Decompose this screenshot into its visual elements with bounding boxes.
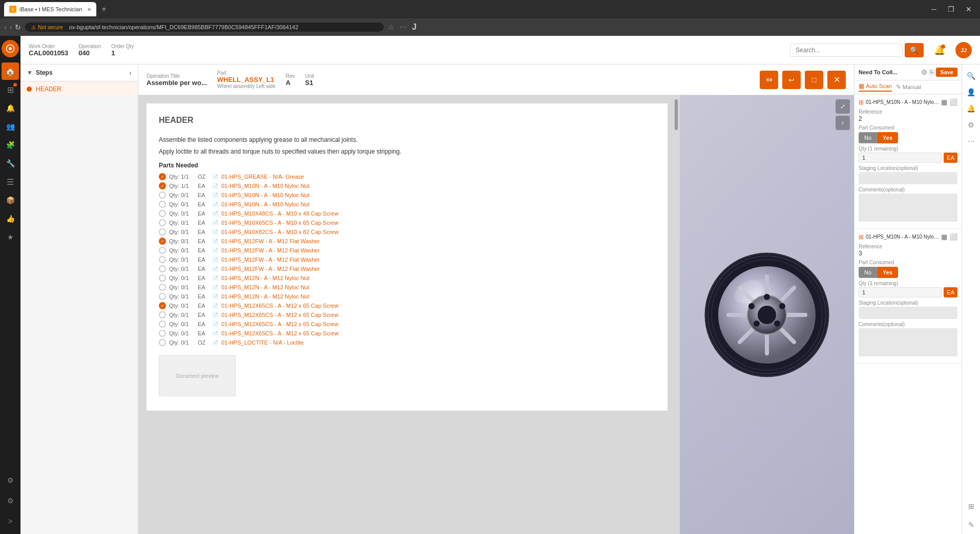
sidebar-item-notifications[interactable]: 🔔 xyxy=(2,99,19,117)
staging-label-1: Staging Location(optional) xyxy=(859,165,957,171)
sidebar-item-people[interactable]: 👥 xyxy=(2,118,19,135)
part-checkbox[interactable] xyxy=(159,191,166,199)
yes-button-2[interactable]: Yes xyxy=(877,267,898,278)
manual-icon: ✎ xyxy=(896,83,901,91)
part-checkbox[interactable] xyxy=(159,219,166,226)
left-sidebar: 🏠 ⊞ 🔔 👥 🧩 🔧 ☰ 📦 👍 ★ ⚙ ⚙ > xyxy=(0,36,20,534)
part-checkbox[interactable] xyxy=(159,293,166,300)
comments-input-1[interactable] xyxy=(859,194,957,222)
browser-tab[interactable]: i iBase • t MES Technician ✕ xyxy=(4,2,96,16)
new-tab-button[interactable]: + xyxy=(99,5,108,14)
sidebar-item-grid[interactable]: ⊞ xyxy=(2,81,19,98)
url-text[interactable]: ox-bgupta/sf-technician/operations/MFI_D… xyxy=(69,24,378,30)
window-close-button[interactable]: ✕ xyxy=(962,5,976,13)
staging-input-1[interactable] xyxy=(859,172,957,184)
extensions-icon[interactable]: J xyxy=(412,23,416,32)
browser-chrome: i iBase • t MES Technician ✕ + ─ ❐ ✕ xyxy=(0,0,980,18)
tab-close-icon[interactable]: ✕ xyxy=(87,7,91,12)
search-input[interactable] xyxy=(790,44,903,57)
step-item-header[interactable]: HEADER xyxy=(20,81,138,97)
sidebar-item-list[interactable]: ☰ xyxy=(2,173,19,190)
barcode-btn-1[interactable]: ▦ xyxy=(941,98,947,106)
part-name: 01-HPS_LOCTITE - N/A - Loctite xyxy=(221,339,304,346)
part-checkbox[interactable] xyxy=(159,330,166,337)
edge-more-icon[interactable]: ⋯ xyxy=(964,134,978,148)
browser-menu-icon[interactable]: ⋯ xyxy=(400,23,407,31)
collapse-steps-button[interactable]: ‹ xyxy=(129,69,132,77)
user-avatar[interactable]: JJ xyxy=(955,42,972,58)
part-checkbox[interactable] xyxy=(159,284,166,291)
sidebar-item-thumbsup[interactable]: 👍 xyxy=(2,210,19,227)
qty-input-1[interactable] xyxy=(859,153,942,163)
part-checkbox[interactable] xyxy=(159,321,166,328)
op-title-group: Operation Title Assemble per wo... xyxy=(147,73,207,87)
op-action-btn-4[interactable]: ✕ xyxy=(827,71,846,89)
security-icon: ⚠ xyxy=(31,25,36,30)
sidebar-item-settings[interactable]: ⚙ xyxy=(2,472,19,489)
comments-field-1: Comments(optional) xyxy=(859,187,957,223)
expand-viewer-button[interactable]: ⤢ xyxy=(836,99,850,114)
qr-btn-2[interactable]: ⬜ xyxy=(949,233,957,241)
op-action-btn-3[interactable]: □ xyxy=(805,71,823,89)
back-button[interactable]: ‹ xyxy=(4,23,7,31)
part-checkbox[interactable]: ✓ xyxy=(159,182,166,189)
no-button-1[interactable]: No xyxy=(859,132,877,143)
part-checkbox[interactable]: ✓ xyxy=(159,302,166,309)
notification-icon[interactable]: 🔔 xyxy=(934,45,945,56)
search-button[interactable]: 🔍 xyxy=(905,43,924,57)
refresh-button[interactable]: ↻ xyxy=(15,23,21,31)
sidebar-item-star[interactable]: ★ xyxy=(2,228,19,246)
sidebar-item-puzzle[interactable]: 🧩 xyxy=(2,136,19,154)
window-restore-button[interactable]: ❐ xyxy=(944,5,958,13)
bookmark-icon[interactable]: ☆ xyxy=(388,23,394,31)
edge-settings-icon[interactable]: ⚙ xyxy=(964,118,978,132)
auto-scan-option[interactable]: ▦ Auto Scan xyxy=(859,82,892,92)
sidebar-item-tools[interactable]: 🔧 xyxy=(2,155,19,172)
manual-option[interactable]: ✎ Manual xyxy=(896,83,921,91)
save-button[interactable]: Save xyxy=(936,68,957,77)
parts-list-item: Qty: 0/1EA📄01-HPS_M10X48CS - A - M10 x 4… xyxy=(159,209,655,218)
edge-expand-icon[interactable]: ⊞ xyxy=(964,499,978,514)
qr-btn-1[interactable]: ⬜ xyxy=(949,98,957,106)
part-checkbox[interactable] xyxy=(159,228,166,236)
part-checkbox[interactable] xyxy=(159,256,166,263)
window-minimize-button[interactable]: ─ xyxy=(927,5,941,13)
part-checkbox[interactable] xyxy=(159,210,166,217)
sidebar-item-package[interactable]: 📦 xyxy=(2,191,19,209)
copy-icon[interactable]: ⎘ xyxy=(930,68,934,76)
tab-favicon: i xyxy=(9,6,16,13)
part-qty: Qty: 1/1 xyxy=(169,183,195,189)
part-checkbox[interactable]: ✓ xyxy=(159,173,166,180)
edge-person-icon[interactable]: 👤 xyxy=(964,85,978,99)
op-action-btn-1[interactable]: ⇔ xyxy=(760,71,778,89)
yes-button-1[interactable]: Yes xyxy=(877,132,898,143)
edge-notification-icon[interactable]: 🔔 xyxy=(964,101,978,116)
sidebar-item-expand[interactable]: > xyxy=(2,512,19,530)
sidebar-icon-logo[interactable] xyxy=(2,40,19,57)
forward-button[interactable]: › xyxy=(10,23,12,31)
op-action-btn-2[interactable]: ↩ xyxy=(782,71,801,89)
part-checkbox[interactable] xyxy=(159,311,166,318)
part-qty: Qty: 0/1 xyxy=(169,330,195,336)
part-checkbox[interactable]: ✓ xyxy=(159,238,166,245)
part-checkbox[interactable] xyxy=(159,247,166,254)
part-checkbox[interactable] xyxy=(159,274,166,282)
part-checkbox[interactable] xyxy=(159,339,166,346)
qty-field-1: Qty (1 remaining) EA xyxy=(859,146,957,163)
part-checkbox[interactable] xyxy=(159,265,166,272)
part-name: 01-HPS_M10N - A - M10 Nyloc Nut xyxy=(221,192,309,198)
edge-search-icon[interactable]: 🔍 xyxy=(964,69,978,83)
comments-input-2[interactable] xyxy=(859,328,957,356)
edge-edit-icon[interactable]: ✎ xyxy=(964,518,978,532)
collapse-viewer-button[interactable]: ‹ xyxy=(836,116,850,130)
settings-icon[interactable]: ⚙ xyxy=(921,68,928,76)
qty-input-2[interactable] xyxy=(859,287,942,297)
sidebar-item-home[interactable]: 🏠 xyxy=(2,62,19,80)
part-checkbox[interactable] xyxy=(159,201,166,208)
work-order-label: Work Order xyxy=(29,44,68,49)
op-unit-group: Unit S1 xyxy=(305,73,315,87)
barcode-btn-2[interactable]: ▦ xyxy=(941,233,947,241)
no-button-2[interactable]: No xyxy=(859,267,877,278)
sidebar-item-settings2[interactable]: ⚙ xyxy=(2,492,19,509)
staging-input-2[interactable] xyxy=(859,307,957,319)
